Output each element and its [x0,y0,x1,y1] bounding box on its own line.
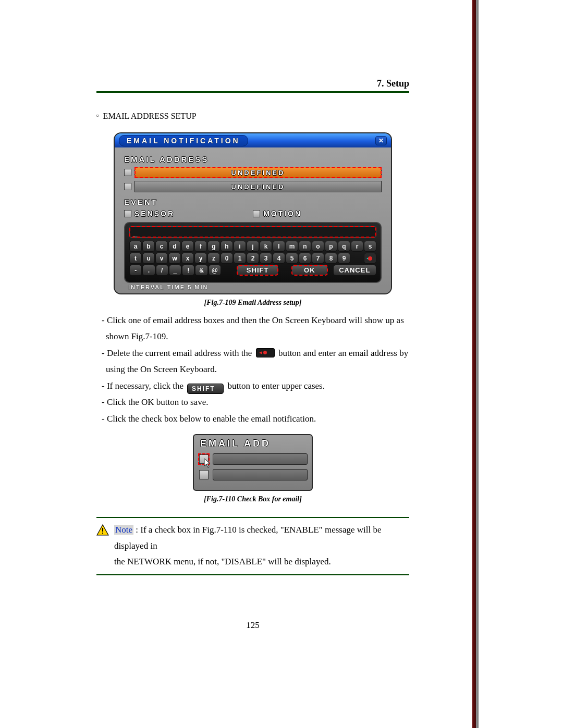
key-.[interactable]: . [142,265,155,276]
key-k[interactable]: k [260,241,272,252]
key-/[interactable]: / [156,265,168,276]
key-c[interactable]: c [155,241,168,252]
page-right-margin-decor [472,0,479,728]
key-w[interactable]: w [168,253,181,264]
email-field-2[interactable]: UNDEFINED [134,181,382,192]
key-y[interactable]: y [194,253,207,264]
keyboard-row-3: -./_!&@SHIFTOKCANCEL [129,265,376,276]
key-z[interactable]: z [207,253,220,264]
event-row: SENSOR MOTION [124,209,382,218]
keyboard-row-1: abcdefghijklmnopqrs [129,241,376,252]
header-title: 7. Setup [377,78,409,89]
section-title-line: ▫ EMAIL ADDRESS SETUP [96,112,409,121]
sensor-label: SENSOR [134,209,175,218]
motion-checkbox[interactable] [253,210,260,217]
sensor-checkbox[interactable] [124,210,131,217]
page-number: 125 [96,620,409,631]
instr-5: - Click the check box below to enable th… [102,411,409,427]
backspace-dot-icon [263,351,267,354]
key-a[interactable]: a [129,241,142,252]
event-label: EVENT [124,198,382,206]
key-b[interactable]: b [142,241,155,252]
note-box: Note : If a check box in Fig.7-110 is ch… [96,518,409,574]
page-header: 7. Setup [96,78,409,93]
key-7[interactable]: 7 [312,253,324,264]
note-line2: the NETWORK menu, if not, "DISABLE" will… [114,554,409,570]
dialog-titlebar: EMAIL NOTIFICATION ✕ [115,133,391,147]
note-line1: If a check box in Fig.7-110 is checked, … [114,525,382,551]
cancel-key[interactable]: CANCEL [333,265,376,276]
key-j[interactable]: j [247,241,259,252]
key-o[interactable]: o [312,241,324,252]
instr-3b: button to enter upper cases. [228,381,325,391]
instr-3a: - If necessary, click the [102,381,183,391]
key-q[interactable]: q [338,241,350,252]
key-x[interactable]: x [181,253,194,264]
key-&[interactable]: & [195,265,207,276]
key-8[interactable]: 8 [325,253,337,264]
keyboard-row-2: tuvwxyz0123456789 [129,253,376,264]
note-label: Note [114,525,133,535]
instr-2: - Delete the current email address with … [102,345,409,361]
inline-shift-button: SHIFT [187,384,224,394]
key-r[interactable]: r [351,241,363,252]
key-0[interactable]: 0 [221,253,233,264]
note-colon: : [133,525,140,535]
key-l[interactable]: l [273,241,285,252]
instr-2b: button and enter an email address by [278,348,408,358]
shift-key[interactable]: SHIFT [237,265,278,276]
key-6[interactable]: 6 [299,253,311,264]
dialog-body: EMAIL ADDRESS UNDEFINED UNDEFINED EVENT … [115,147,391,293]
key-3[interactable]: 3 [260,253,272,264]
instr-3: - If necessary, click the SHIFT button t… [102,378,409,394]
key-![interactable]: ! [182,265,194,276]
onscreen-keyboard: _ abcdefghijklmnopqrs tuvwxyz0123456789 … [124,222,382,283]
instr-2c: using the On Screen Keyboard. [106,361,409,377]
key-p[interactable]: p [325,241,337,252]
key-4[interactable]: 4 [273,253,285,264]
fig2-field-1[interactable] [213,453,308,465]
key-n[interactable]: n [299,241,311,252]
key--[interactable]: - [129,265,142,276]
body-text: - Click one of email address boxes and t… [96,312,409,427]
event-sensor: SENSOR [124,209,175,218]
close-button[interactable]: ✕ [375,136,387,145]
fig2-row2 [199,469,308,480]
key-s[interactable]: s [364,241,376,252]
backspace-arrow-icon [259,351,262,354]
email-checkbox-2[interactable] [124,183,131,190]
fig2-field-2[interactable] [213,469,308,480]
key-e[interactable]: e [181,241,194,252]
key-g[interactable]: g [207,241,220,252]
key-f[interactable]: f [194,241,207,252]
key-u[interactable]: u [142,253,155,264]
note-divider-bottom [96,574,409,575]
key-i[interactable]: i [234,241,246,252]
key-h[interactable]: h [221,241,233,252]
key-_[interactable]: _ [169,265,181,276]
backspace-key[interactable] [364,253,376,264]
dialog-title: EMAIL NOTIFICATION [119,135,248,146]
key-1[interactable]: 1 [234,253,246,264]
key-2[interactable]: 2 [247,253,259,264]
instr-1b: shown Fig.7-109. [106,328,409,344]
key-5[interactable]: 5 [286,253,298,264]
email-checkbox-1[interactable] [124,169,131,176]
email-field-1[interactable]: UNDEFINED [134,167,382,178]
key-t[interactable]: t [129,253,142,264]
fig2-checkbox-2[interactable] [199,470,209,479]
key-9[interactable]: 9 [338,253,350,264]
ok-key[interactable]: OK [291,265,328,276]
fig2-label: EMAIL ADD [200,438,308,449]
keyboard-display[interactable]: _ [129,226,376,238]
figure1-caption: [Fig.7-109 Email Address setup] [96,299,409,307]
key-v[interactable]: v [155,253,168,264]
svg-rect-0 [102,528,103,532]
key-m[interactable]: m [286,241,298,252]
inline-backspace-button [256,348,275,357]
figure2-caption: [Fig.7-110 Check Box for email] [96,495,409,503]
key-d[interactable]: d [168,241,181,252]
key-@[interactable]: @ [209,265,221,276]
figure-email-notification-dialog: EMAIL NOTIFICATION ✕ EMAIL ADDRESS UNDEF… [114,132,392,294]
fig2-checkbox-highlighted[interactable] [199,454,209,464]
